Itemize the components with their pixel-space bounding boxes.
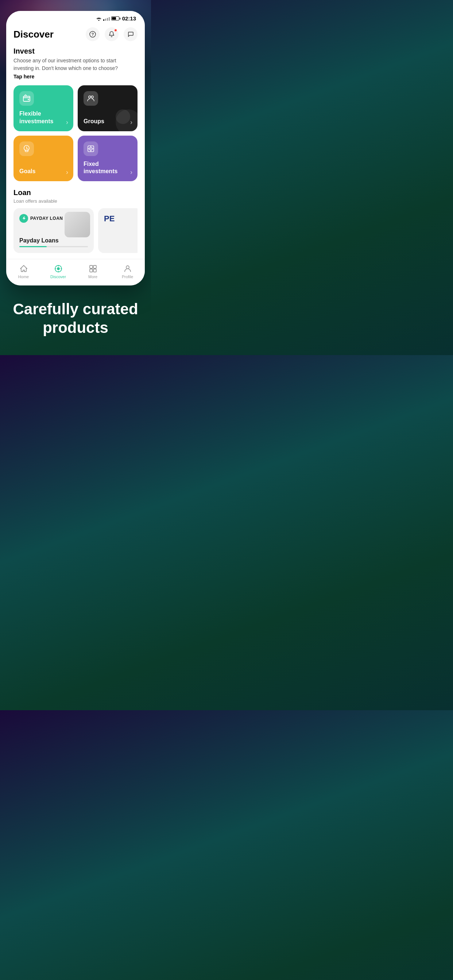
notification-button[interactable]	[105, 27, 118, 41]
more-nav-label: More	[88, 275, 97, 279]
bottom-caption: Carefully curated products	[0, 285, 151, 355]
loan-title: Loan	[13, 188, 137, 197]
svg-rect-13	[90, 269, 93, 272]
tap-here-link[interactable]: Tap here	[13, 74, 137, 80]
invest-title: Invest	[13, 47, 137, 56]
payday-progress-fill	[19, 246, 47, 247]
fixed-icon-wrap	[83, 142, 98, 156]
svg-rect-12	[93, 266, 96, 268]
fixed-investments-card[interactable]: Fixed investments ›	[78, 135, 137, 181]
groups-deco2	[116, 110, 130, 124]
battery-icon	[111, 16, 119, 21]
users-icon	[87, 94, 95, 102]
caption-text: Carefully curated products	[7, 300, 144, 337]
flexible-icon-wrap	[19, 91, 34, 106]
svg-text:?: ?	[91, 32, 94, 37]
wallet-icon	[22, 94, 30, 102]
phone-frame: 02:13 Discover ?	[6, 11, 145, 285]
signal-icon	[103, 16, 110, 21]
discover-icon	[54, 264, 63, 273]
svg-point-8	[91, 148, 91, 149]
groups-icon-wrap	[83, 91, 98, 106]
payday-tag-icon	[19, 214, 28, 223]
groups-card[interactable]: Groups ›	[78, 85, 137, 131]
invest-cards-grid: Flexible investments ›	[13, 85, 137, 181]
wifi-icon	[96, 16, 102, 21]
payday-progress-bar	[19, 246, 88, 247]
profile-nav-label: Profile	[122, 275, 133, 279]
chat-button[interactable]	[124, 27, 137, 41]
goals-label: Goals	[19, 168, 67, 175]
loan-cards-row: PAYDAY LOAN Payday Loans PE	[13, 208, 137, 259]
svg-rect-3	[28, 99, 29, 100]
help-icon: ?	[89, 31, 96, 38]
bell-icon	[108, 31, 115, 38]
nav-discover[interactable]: Discover	[41, 263, 75, 280]
svg-point-10	[57, 267, 59, 270]
fixed-label: Fixed investments	[83, 161, 132, 176]
page-title: Discover	[13, 29, 54, 40]
nav-home[interactable]: Home	[6, 263, 41, 280]
svg-point-4	[89, 96, 91, 98]
payday-tag-label: PAYDAY LOAN	[30, 216, 63, 221]
discover-nav-label: Discover	[50, 275, 66, 279]
flexible-arrow: ›	[66, 118, 68, 126]
fixed-arrow: ›	[130, 169, 132, 176]
groups-arrow: ›	[130, 118, 132, 126]
payday-card-image	[65, 212, 90, 237]
goals-card[interactable]: Goals ›	[13, 135, 73, 181]
svg-point-5	[91, 96, 93, 98]
chat-icon	[127, 31, 134, 38]
loan-section: Loan Loan offers available PAYDAY LOAN	[13, 188, 137, 259]
lightning-icon	[22, 216, 26, 221]
nav-more[interactable]: More	[75, 263, 110, 280]
nav-profile[interactable]: Profile	[110, 263, 145, 280]
help-button[interactable]: ?	[86, 27, 100, 41]
home-icon	[19, 264, 28, 273]
main-content: Invest Choose any of our investment opti…	[6, 46, 145, 259]
payday-card-name: Payday Loans	[19, 237, 88, 244]
more-icon	[89, 264, 97, 273]
svg-rect-11	[90, 266, 93, 268]
petro-loan-card[interactable]: PE	[98, 208, 137, 253]
payday-loan-card[interactable]: PAYDAY LOAN Payday Loans	[13, 208, 94, 253]
flexible-investments-card[interactable]: Flexible investments ›	[13, 85, 73, 131]
petro-preview-text: PE	[104, 214, 115, 223]
svg-rect-2	[23, 96, 30, 101]
svg-rect-14	[93, 269, 96, 272]
flexible-label: Flexible investments	[19, 110, 67, 126]
home-nav-label: Home	[18, 275, 29, 279]
invest-section: Invest Choose any of our investment opti…	[13, 47, 137, 181]
invest-description: Choose any of our investment options to …	[13, 57, 137, 72]
status-time: 02:13	[122, 15, 136, 22]
bottom-nav: Home Discover More Profile	[6, 259, 145, 285]
svg-point-15	[126, 266, 129, 269]
goals-icon-wrap	[19, 142, 34, 156]
goals-arrow: ›	[66, 169, 68, 176]
header: Discover ?	[6, 24, 145, 46]
status-bar: 02:13	[6, 11, 145, 24]
fixed-chart-icon	[87, 145, 95, 153]
header-actions: ?	[86, 27, 137, 41]
notification-dot	[114, 29, 117, 32]
profile-icon	[123, 264, 132, 273]
savings-icon	[22, 145, 30, 153]
status-icons: 02:13	[96, 15, 136, 22]
loan-subtitle: Loan offers available	[13, 198, 137, 204]
